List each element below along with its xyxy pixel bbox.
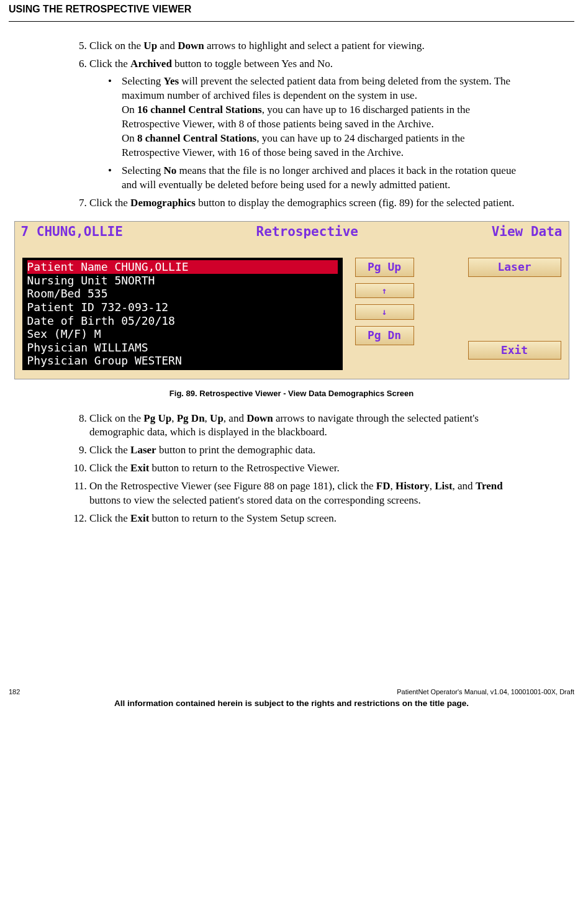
exit-button[interactable]: Exit — [468, 341, 561, 360]
instruction-list: Click on the Up and Down arrows to highl… — [71, 39, 518, 211]
step-10: Click the Exit button to return to the R… — [89, 461, 518, 476]
row-nursing-unit: Nursing Unit 5NORTH — [27, 274, 338, 288]
instruction-list-cont: Click on the Pg Up, Pg Dn, Up, and Down … — [71, 412, 518, 527]
row-physician-group: Physician Group WESTERN — [27, 354, 338, 368]
step-9: Click the Laser button to print the demo… — [89, 443, 518, 458]
step-6-no: Selecting No means that the file is no l… — [108, 164, 518, 192]
step-6: Click the Archived button to toggle betw… — [89, 57, 518, 192]
pgup-button[interactable]: Pg Up — [355, 258, 414, 276]
title-mid: Retrospective — [256, 223, 358, 240]
screenshot-figure: 7 CHUNG,OLLIE Retrospective View Data Pa… — [14, 221, 569, 379]
doc-id: PatientNet Operator's Manual, v1.04, 100… — [397, 687, 574, 697]
title-left: 7 CHUNG,OLLIE — [21, 223, 123, 240]
up-button[interactable]: ↑ — [355, 283, 414, 299]
rights-note: All information contained herein is subj… — [9, 698, 574, 709]
row-patient-id: Patient ID 732-093-12 — [27, 301, 338, 314]
step-12: Click the Exit button to return to the S… — [89, 512, 518, 526]
down-button[interactable]: ↓ — [355, 304, 414, 320]
laser-button[interactable]: Laser — [468, 258, 561, 276]
step-8: Click on the Pg Up, Pg Dn, Up, and Down … — [89, 412, 518, 440]
title-right: View Data — [492, 223, 563, 240]
row-sex: Sex (M/F) M — [27, 327, 338, 341]
step-6-yes: Selecting Yes will prevent the selected … — [108, 75, 518, 160]
action-buttons: Laser Exit — [468, 258, 561, 360]
page-header: USING THE RETROSPECTIVE VIEWER — [9, 0, 574, 22]
row-physician: Physician WILLIAMS — [27, 341, 338, 355]
step-5: Click on the Up and Down arrows to highl… — [89, 39, 518, 53]
page-number: 182 — [9, 687, 20, 697]
row-room-bed: Room/Bed 535 — [27, 287, 338, 301]
pgdn-button[interactable]: Pg Dn — [355, 326, 414, 345]
row-dob: Date of Birth 05/20/18 — [27, 314, 338, 328]
row-patient-name: Patient Name CHUNG,OLLIE — [27, 260, 338, 274]
step-7: Click the Demographics button to display… — [89, 196, 518, 211]
nav-buttons: Pg Up ↑ ↓ Pg Dn — [355, 258, 414, 345]
figure-caption: Fig. 89. Retrospective Viewer - View Dat… — [9, 388, 574, 399]
demographics-panel: Patient Name CHUNG,OLLIE Nursing Unit 5N… — [22, 258, 343, 370]
step-11: On the Retrospective Viewer (see Figure … — [89, 479, 518, 508]
page-footer: 182 PatientNet Operator's Manual, v1.04,… — [9, 687, 574, 717]
